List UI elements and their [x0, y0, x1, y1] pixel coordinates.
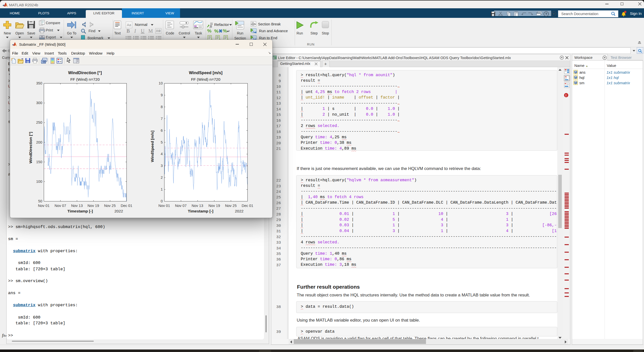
svg-text:fx: fx [210, 25, 212, 28]
svg-text:?: ? [545, 12, 547, 16]
